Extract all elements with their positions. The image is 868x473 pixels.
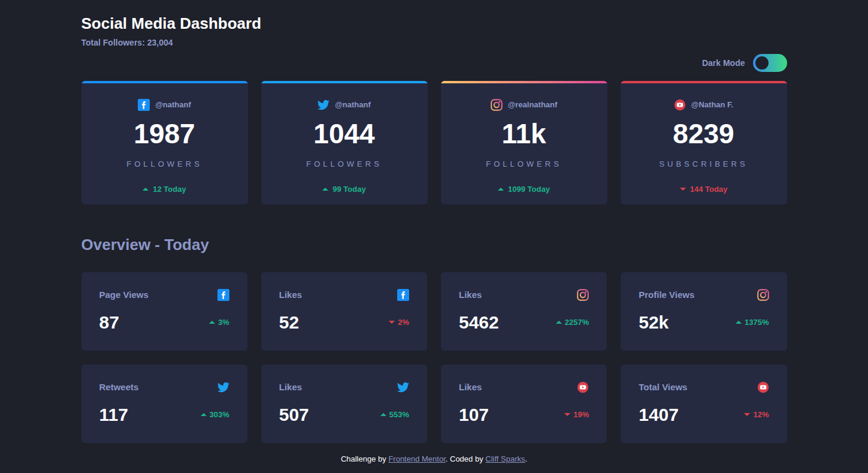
change-arrow-icon [380, 413, 386, 416]
follower-card: @Nathan F. 8239 SUBSCRIBERS 144 Today [621, 81, 787, 204]
metric-value: 52 [279, 314, 299, 332]
change-arrow-icon [322, 188, 328, 191]
change-arrow-icon [564, 413, 570, 416]
account-handle: @nathanf [155, 100, 191, 109]
metric-value: 107 [459, 406, 489, 424]
youtube-icon [674, 99, 686, 111]
follower-count-label: FOLLOWERS [441, 159, 607, 168]
change-arrow-icon [680, 188, 686, 191]
daily-change-text: 1099 Today [508, 185, 550, 194]
page-title: Social Media Dashboard [81, 15, 787, 32]
card-accent-bar [261, 81, 428, 83]
follower-count-label: SUBSCRIBERS [621, 159, 787, 168]
follower-card: @nathanf 1987 FOLLOWERS 12 Today [81, 81, 248, 204]
overview-title: Overview - Today [81, 236, 787, 254]
follower-count-label: FOLLOWERS [81, 159, 248, 168]
metric-label: Likes [459, 382, 482, 392]
overview-card: Likes 5462 2257% [441, 272, 607, 351]
attribution-text: . Coded by [446, 454, 486, 463]
card-accent-bar [441, 81, 607, 83]
daily-change-text: 144 Today [690, 185, 728, 194]
daily-change-text: 12 Today [153, 185, 186, 194]
metric-change-text: 12% [753, 410, 769, 419]
metric-change-text: 3% [218, 318, 229, 327]
follower-cards-section: @nathanf 1987 FOLLOWERS 12 Today @nathan… [81, 81, 787, 204]
dashboard: Social Media Dashboard Total Followers: … [81, 0, 787, 463]
metric-label: Total Views [639, 382, 687, 392]
total-followers: Total Followers: 23,004 [81, 38, 787, 47]
metric-change: 303% [201, 410, 229, 419]
change-arrow-icon [201, 413, 207, 416]
change-arrow-icon [389, 321, 395, 324]
metric-change: 12% [744, 410, 769, 419]
metric-value: 1407 [639, 406, 679, 424]
instagram-icon [757, 289, 769, 301]
daily-change-text: 99 Today [332, 185, 365, 194]
daily-change: 144 Today [621, 185, 787, 194]
metric-value: 117 [99, 406, 128, 424]
daily-change: 12 Today [81, 185, 248, 194]
metric-change-text: 2% [398, 318, 409, 327]
follower-count: 1044 [261, 120, 428, 147]
frontend-mentor-link[interactable]: Frontend Mentor [388, 454, 445, 463]
metric-label: Likes [279, 290, 302, 300]
follower-count: 1987 [81, 120, 248, 147]
metric-change-text: 2257% [565, 318, 589, 327]
metric-change: 3% [209, 318, 229, 327]
metric-label: Retweets [99, 382, 139, 392]
toggle-knob-icon [755, 56, 769, 70]
twitter-icon [397, 381, 409, 393]
attribution-text: . [525, 454, 528, 463]
change-arrow-icon [744, 413, 750, 416]
account-handle: @Nathan F. [691, 100, 733, 109]
instagram-icon [491, 99, 503, 111]
overview-card: Retweets 117 303% [81, 364, 247, 443]
change-arrow-icon [143, 188, 149, 191]
metric-label: Likes [279, 382, 302, 392]
overview-card: Likes 52 2% [261, 272, 427, 351]
youtube-icon [757, 381, 769, 393]
attribution-text: Challenge by [341, 454, 389, 463]
metric-change: 19% [564, 410, 589, 419]
header: Social Media Dashboard Total Followers: … [81, 15, 787, 72]
metric-value: 5462 [459, 314, 499, 332]
youtube-icon [577, 381, 589, 393]
metric-change: 2257% [556, 318, 589, 327]
follower-count: 11k [441, 120, 607, 147]
change-arrow-icon [498, 188, 504, 191]
dark-mode-toggle[interactable] [753, 54, 787, 72]
follower-count-label: FOLLOWERS [261, 159, 428, 168]
overview-cards-section: Page Views 87 3% Likes 52 2% Likes [81, 272, 787, 443]
metric-change-text: 1375% [745, 318, 769, 327]
metric-change-text: 553% [389, 410, 409, 419]
daily-change: 1099 Today [441, 185, 607, 194]
twitter-icon [217, 381, 229, 393]
metric-change-text: 19% [573, 410, 589, 419]
facebook-icon [397, 289, 409, 301]
overview-card: Page Views 87 3% [81, 272, 247, 351]
change-arrow-icon [209, 321, 215, 324]
card-accent-bar [81, 81, 248, 83]
metric-value: 87 [99, 314, 119, 332]
overview-card: Profile Views 52k 1375% [621, 272, 787, 351]
metric-change-text: 303% [210, 410, 229, 419]
metric-change: 2% [389, 318, 409, 327]
metric-value: 507 [279, 406, 309, 424]
instagram-icon [577, 289, 589, 301]
daily-change: 99 Today [261, 185, 428, 194]
change-arrow-icon [556, 321, 562, 324]
metric-change: 553% [380, 410, 409, 419]
follower-card: @nathanf 1044 FOLLOWERS 99 Today [261, 81, 428, 204]
metric-value: 52k [639, 314, 669, 332]
attribution: Challenge by Frontend Mentor. Coded by C… [81, 454, 787, 463]
overview-card: Likes 107 19% [441, 364, 607, 443]
author-link[interactable]: Cliff Sparks [485, 454, 525, 463]
metric-change: 1375% [736, 318, 769, 327]
overview-card: Total Views 1407 12% [621, 364, 787, 443]
metric-label: Likes [459, 290, 482, 300]
overview-card: Likes 507 553% [261, 364, 427, 443]
follower-count: 8239 [621, 120, 787, 147]
theme-toggle-row: Dark Mode [81, 54, 787, 72]
twitter-icon [317, 99, 329, 111]
dark-mode-label: Dark Mode [702, 58, 745, 68]
